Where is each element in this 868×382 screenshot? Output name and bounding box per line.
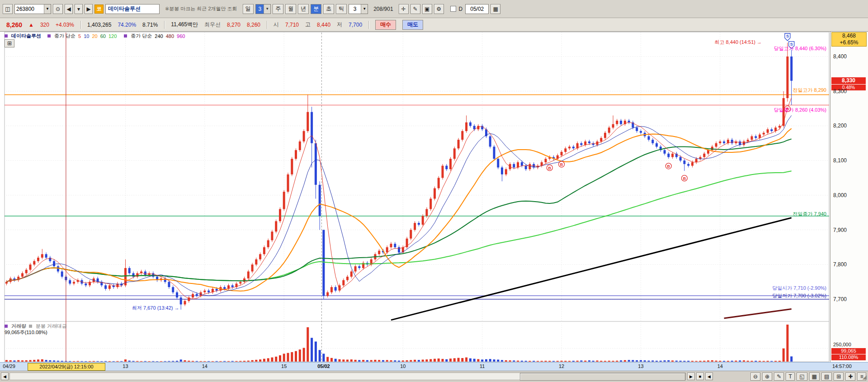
period-month-button[interactable]: 월 <box>285 4 296 14</box>
stock-code-input[interactable] <box>15 5 44 13</box>
volume-bar <box>57 361 59 362</box>
candle-body <box>29 264 32 270</box>
candle-body <box>545 159 547 162</box>
settings-gear-button[interactable]: ⚙ <box>434 4 444 14</box>
stock-code-dropdown[interactable]: ▼ <box>44 5 51 14</box>
volume-bar <box>707 360 709 362</box>
grid-style-button[interactable]: ▦ <box>809 373 820 381</box>
next-stock-button[interactable]: ▶ <box>85 4 93 14</box>
volume-bar <box>449 358 452 362</box>
chart-canvas[interactable]: BBBBBSS <box>0 32 830 362</box>
x-axis-tick: 10 <box>395 363 411 369</box>
volume-bar <box>45 360 47 362</box>
type-tick-button[interactable]: 틱 <box>336 4 347 14</box>
period-year-button[interactable]: 년 <box>298 4 309 14</box>
candle-body <box>422 216 424 225</box>
crosshair-tool-button[interactable]: ✛ <box>399 4 409 14</box>
zoom-out-button[interactable]: ⊖ <box>750 373 760 381</box>
period-value-combo[interactable]: 3▼ <box>255 4 271 14</box>
volume-bar <box>453 358 456 362</box>
save-icon: ▣ <box>425 6 429 12</box>
stop-icon: ■ <box>699 374 701 379</box>
divider <box>368 21 369 29</box>
y-axis-label: 8,200 <box>833 123 847 129</box>
candle-body <box>335 287 337 291</box>
draw-line-button[interactable]: ✎ <box>774 373 784 381</box>
candle-body <box>85 283 87 285</box>
sell-button[interactable]: 매도 <box>402 20 423 30</box>
volume-bar <box>5 360 8 362</box>
candle-body <box>767 129 769 133</box>
text-tool-button[interactable]: T <box>786 373 795 381</box>
volume-bar <box>168 361 170 362</box>
volume-bar <box>136 361 138 362</box>
scroll-right-button[interactable]: ▶ <box>687 373 695 380</box>
interval-input[interactable] <box>349 5 361 13</box>
price-axis: 8,468 +6.65% 8,330 0.48% 250,000 99,065 … <box>830 32 868 362</box>
chart-scrollbar[interactable] <box>9 373 686 380</box>
candle-body <box>434 189 436 199</box>
scroll-left-button[interactable]: ◀ <box>1 373 9 380</box>
interval-dropdown[interactable]: ▼ <box>361 5 368 14</box>
stock-name-field: 데이타솔루션 <box>105 4 160 14</box>
volume-bar <box>303 348 305 362</box>
candle-body <box>493 146 495 159</box>
search-icon-button[interactable]: ⊙ <box>53 4 63 14</box>
volume-bar <box>188 361 190 362</box>
volume-bar <box>53 360 55 362</box>
prev-stock-button[interactable]: ◀ <box>65 4 73 14</box>
volume-bar <box>711 360 713 362</box>
data-grid-button[interactable]: ⊞ <box>5 39 14 47</box>
volume-legend-label: 거래량 <box>11 323 26 330</box>
period-day-button[interactable]: 일 <box>243 4 254 14</box>
candle-body <box>755 136 757 138</box>
scroll-back-button[interactable]: ◀ <box>705 373 713 380</box>
pencil-icon: ✎ <box>777 373 781 380</box>
volume-bar <box>148 361 151 362</box>
candle-body <box>445 166 448 170</box>
candle-body <box>461 131 463 140</box>
candle-body <box>667 154 670 157</box>
period-value: 3 <box>259 6 262 12</box>
stock-code-combo: ▼ <box>14 4 51 14</box>
arrow-left-icon: ◀ <box>66 6 71 12</box>
scrollbar-thumb[interactable] <box>520 373 685 381</box>
scroll-mode-button[interactable]: ■ <box>696 373 704 380</box>
calendar-icon-button[interactable]: ▦ <box>491 4 500 14</box>
volume-bar <box>236 361 238 362</box>
crosshair-mode-button[interactable]: ✚ <box>845 373 855 381</box>
window-icon-button[interactable]: ◫ <box>3 4 13 14</box>
zoom-in-button[interactable]: ⊕ <box>762 373 772 381</box>
expand-button[interactable]: ◱ <box>797 373 807 381</box>
buy-button[interactable]: 매수 <box>375 20 396 30</box>
save-chart-button[interactable]: ▣ <box>422 4 432 14</box>
type-second-button[interactable]: 초 <box>323 4 334 14</box>
candle-body <box>731 140 733 143</box>
candle-body <box>311 112 313 143</box>
date-input[interactable] <box>466 5 488 13</box>
candle-body <box>679 157 682 160</box>
volume-bar <box>735 361 737 362</box>
candle-body <box>620 121 622 124</box>
gear-icon: ⚙ <box>436 6 441 12</box>
candle-body <box>790 57 793 81</box>
best-bid: 8,260 <box>247 22 260 28</box>
volume-bar <box>552 361 555 362</box>
volume-bar <box>128 361 131 362</box>
candle-body <box>616 121 618 124</box>
candle-body <box>5 282 8 284</box>
add-pane-button[interactable]: ⊞ <box>834 373 844 381</box>
stock-nav-dropdown[interactable]: ▾ <box>75 4 83 14</box>
volume-bar <box>17 360 19 362</box>
resize-grip[interactable]: ◢ <box>863 374 867 380</box>
type-minute-button[interactable]: 분 <box>311 4 321 14</box>
date-checkbox[interactable] <box>450 6 456 12</box>
candle-body <box>287 174 289 192</box>
period-week-button[interactable]: 주 <box>273 4 283 14</box>
draw-tool-button[interactable]: ✎ <box>410 4 420 14</box>
volume-bar <box>656 361 658 362</box>
x-axis-tick: 05/02 <box>316 363 332 369</box>
pane-layout-button[interactable]: ▤ <box>821 373 832 381</box>
volume-bar <box>212 361 214 362</box>
ma240-legend: 240 <box>155 33 163 39</box>
